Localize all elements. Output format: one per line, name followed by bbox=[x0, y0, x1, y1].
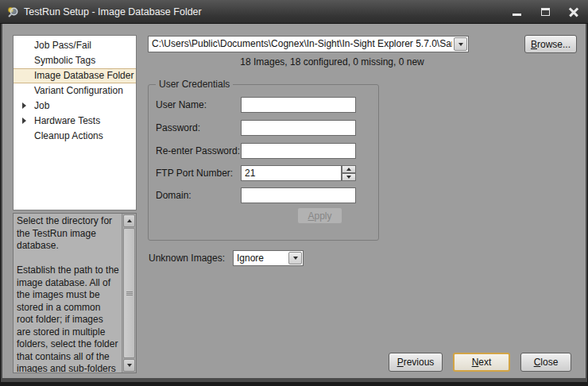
description-scrollbar[interactable] bbox=[122, 214, 136, 372]
image-database-path-value: C:\Users\Public\Documents\Cognex\In-Sigh… bbox=[152, 37, 452, 52]
sidebar-item-variant-configuration[interactable]: Variant Configuration bbox=[14, 83, 136, 98]
reenter-password-label: Re-enter Password: bbox=[156, 143, 240, 159]
close-icon bbox=[569, 7, 578, 17]
unknown-images-dropdown-button[interactable] bbox=[288, 252, 302, 264]
apply-button[interactable]: Apply bbox=[297, 207, 342, 224]
image-database-path-combobox[interactable]: C:\Users\Public\Documents\Cognex\In-Sigh… bbox=[148, 36, 469, 52]
app-icon bbox=[6, 6, 19, 18]
ftp-port-spin-down-button[interactable] bbox=[342, 173, 356, 181]
close-button[interactable] bbox=[564, 3, 583, 21]
close-dialog-button[interactable]: Close bbox=[520, 353, 571, 372]
domain-label: Domain: bbox=[156, 187, 191, 203]
sidebar-item-job-pass-fail[interactable]: Job Pass/Fail bbox=[14, 38, 136, 53]
sidebar-item-label: Cleanup Actions bbox=[34, 130, 103, 141]
sidebar-item-label: Hardware Tests bbox=[34, 115, 100, 126]
domain-input[interactable] bbox=[241, 187, 356, 203]
password-input[interactable] bbox=[241, 120, 356, 136]
window-title: TestRun Setup - Image Database Folder bbox=[24, 0, 202, 24]
expand-arrow-icon[interactable] bbox=[22, 118, 26, 124]
chevron-down-icon bbox=[458, 43, 463, 46]
image-count-status: 18 Images, 18 configured, 0 missing, 0 n… bbox=[148, 56, 516, 69]
path-dropdown-button[interactable] bbox=[454, 37, 467, 51]
sidebar-item-label: Job bbox=[34, 100, 49, 111]
spinner-up-icon bbox=[346, 168, 351, 171]
reenter-password-input[interactable] bbox=[241, 143, 356, 159]
sidebar-item-label: Job Pass/Fail bbox=[34, 40, 91, 51]
chevron-down-icon bbox=[293, 257, 298, 260]
previous-button[interactable]: Previous bbox=[389, 353, 443, 372]
unknown-images-select[interactable]: Ignore bbox=[233, 250, 304, 266]
scrollbar-up-button[interactable] bbox=[123, 214, 135, 227]
browse-button[interactable]: Browse... bbox=[524, 35, 577, 53]
sidebar-item-label: Variant Configuration bbox=[34, 85, 123, 96]
ftp-port-label: FTP Port Number: bbox=[156, 165, 233, 181]
scroll-up-icon bbox=[127, 219, 132, 222]
user-name-label: User Name: bbox=[156, 97, 207, 113]
minimize-button[interactable] bbox=[507, 3, 526, 21]
expand-arrow-icon[interactable] bbox=[22, 102, 26, 109]
ftp-port-spinner bbox=[342, 165, 356, 181]
unknown-images-value: Ignore bbox=[237, 251, 287, 265]
sidebar-item-label: Image Database Folder bbox=[34, 70, 133, 81]
scrollbar-thumb[interactable] bbox=[123, 228, 135, 358]
sidebar-item-image-database-folder[interactable]: Image Database Folder bbox=[14, 68, 136, 83]
sidebar-item-label: Symbolic Tags bbox=[34, 55, 95, 66]
scroll-down-icon bbox=[127, 364, 132, 367]
maximize-button[interactable] bbox=[536, 3, 555, 21]
user-name-input[interactable] bbox=[241, 97, 356, 113]
ftp-port-spin-up-button[interactable] bbox=[342, 165, 356, 173]
group-title: User Credentials bbox=[156, 79, 233, 90]
testrun-setup-dialog: TestRun Setup - Image Database Folder Jo… bbox=[0, 0, 588, 386]
unknown-images-label: Unknown Images: bbox=[149, 250, 225, 266]
maximize-icon bbox=[541, 8, 550, 16]
sidebar-item-cleanup-actions[interactable]: Cleanup Actions bbox=[14, 129, 136, 144]
step-description-panel: Select the directory for the TestRun ima… bbox=[13, 213, 137, 373]
sidebar-item-symbolic-tags[interactable]: Symbolic Tags bbox=[14, 53, 136, 68]
sidebar-item-job[interactable]: Job bbox=[14, 98, 136, 114]
sidebar-item-hardware-tests[interactable]: Hardware Tests bbox=[14, 114, 136, 129]
setup-steps-tree: Job Pass/Fail Symbolic Tags Image Databa… bbox=[13, 35, 137, 210]
spinner-down-icon bbox=[346, 176, 351, 179]
password-label: Password: bbox=[156, 120, 200, 136]
next-button[interactable]: Next bbox=[453, 353, 510, 372]
ftp-port-input[interactable] bbox=[241, 165, 342, 181]
description-text: Select the directory for the TestRun ima… bbox=[14, 214, 122, 372]
thumb-grip-icon bbox=[126, 291, 133, 295]
scrollbar-down-button[interactable] bbox=[123, 359, 135, 372]
titlebar[interactable]: TestRun Setup - Image Database Folder bbox=[0, 0, 588, 24]
minimize-icon bbox=[513, 14, 521, 16]
